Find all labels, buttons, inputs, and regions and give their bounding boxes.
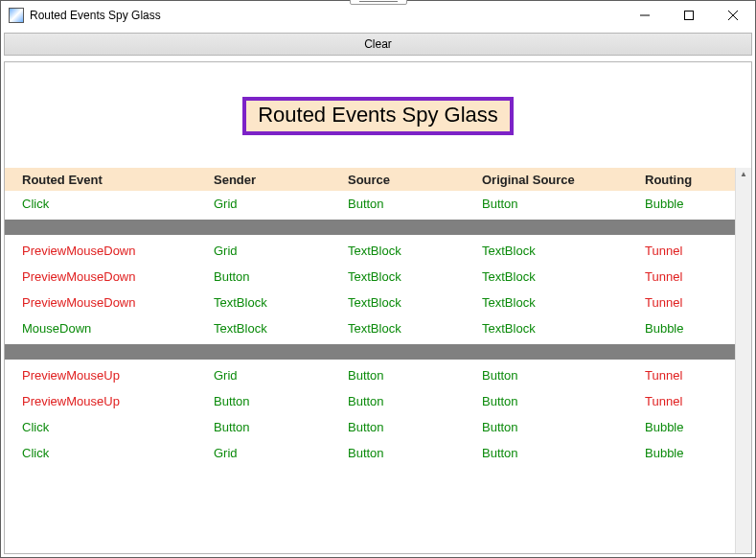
cell-source: Button bbox=[348, 394, 482, 408]
hero-title[interactable]: Routed Events Spy Glass bbox=[242, 97, 514, 135]
cell-source: Button bbox=[348, 197, 482, 211]
cell-sender: TextBlock bbox=[214, 295, 348, 310]
table-row[interactable]: PreviewMouseUpGridButtonButtonTunnel bbox=[5, 362, 735, 388]
cell-source: TextBlock bbox=[348, 295, 482, 310]
cell-source: Button bbox=[348, 446, 482, 460]
table-row[interactable]: PreviewMouseDownTextBlockTextBlockTextBl… bbox=[5, 290, 735, 315]
col-source: Source bbox=[348, 173, 482, 187]
table-row[interactable]: PreviewMouseDownGridTextBlockTextBlockTu… bbox=[5, 238, 735, 264]
cell-orig: Button bbox=[482, 197, 645, 211]
cell-event: PreviewMouseUp bbox=[22, 368, 214, 383]
cell-routing: Tunnel bbox=[645, 394, 718, 408]
svg-rect-1 bbox=[685, 12, 694, 20]
table-row[interactable]: MouseDownTextBlockTextBlockTextBlockBubb… bbox=[5, 315, 735, 341]
app-window: Routed Events Spy Glass Clear Routed Eve… bbox=[0, 0, 756, 558]
maximize-button[interactable] bbox=[667, 1, 711, 30]
close-button[interactable] bbox=[711, 1, 755, 30]
cell-orig: Button bbox=[482, 420, 645, 434]
table-row[interactable]: ClickGridButtonButtonBubble bbox=[5, 191, 735, 217]
events-grid-scroll[interactable]: Routed Event Sender Source Original Sour… bbox=[5, 168, 735, 553]
hero-area: Routed Events Spy Glass bbox=[5, 62, 751, 168]
col-sender: Sender bbox=[214, 173, 348, 187]
cell-event: PreviewMouseDown bbox=[22, 295, 214, 310]
cell-routing: Tunnel bbox=[645, 244, 718, 258]
cell-routing: Tunnel bbox=[645, 368, 718, 383]
group-divider bbox=[5, 220, 735, 235]
cell-sender: Grid bbox=[214, 368, 348, 383]
column-headers: Routed Event Sender Source Original Sour… bbox=[5, 168, 735, 191]
cell-event: Click bbox=[22, 446, 214, 460]
cell-sender: Grid bbox=[214, 446, 348, 460]
group-divider bbox=[5, 344, 735, 360]
minimize-button[interactable] bbox=[623, 1, 667, 30]
cell-sender: Button bbox=[214, 269, 348, 284]
cell-source: TextBlock bbox=[348, 269, 482, 284]
events-grid-wrap: Routed Event Sender Source Original Sour… bbox=[5, 168, 751, 553]
events-grid: Routed Event Sender Source Original Sour… bbox=[5, 168, 735, 466]
cell-routing: Bubble bbox=[645, 446, 718, 460]
cell-source: TextBlock bbox=[348, 244, 482, 258]
cell-orig: TextBlock bbox=[482, 269, 645, 284]
resize-handle-top[interactable] bbox=[350, 0, 407, 5]
cell-orig: TextBlock bbox=[482, 295, 645, 310]
cell-event: PreviewMouseDown bbox=[22, 244, 214, 258]
cell-event: Click bbox=[22, 197, 214, 211]
cell-routing: Bubble bbox=[645, 197, 718, 211]
table-row[interactable]: PreviewMouseUpButtonButtonButtonTunnel bbox=[5, 388, 735, 414]
cell-sender: TextBlock bbox=[214, 321, 348, 336]
cell-source: Button bbox=[348, 368, 482, 383]
cell-event: Click bbox=[22, 420, 214, 434]
app-icon bbox=[9, 8, 24, 23]
cell-orig: TextBlock bbox=[482, 244, 645, 258]
clear-button[interactable]: Clear bbox=[4, 33, 752, 56]
col-original-source: Original Source bbox=[482, 173, 645, 187]
table-row[interactable]: ClickGridButtonButtonBubble bbox=[5, 440, 735, 466]
cell-routing: Tunnel bbox=[645, 269, 718, 284]
vertical-scrollbar[interactable] bbox=[735, 168, 751, 553]
cell-routing: Bubble bbox=[645, 321, 718, 336]
cell-routing: Tunnel bbox=[645, 295, 718, 310]
table-row[interactable]: PreviewMouseDownButtonTextBlockTextBlock… bbox=[5, 264, 735, 290]
clear-button-label: Clear bbox=[364, 37, 392, 51]
col-routed-event: Routed Event bbox=[22, 173, 214, 187]
cell-sender: Grid bbox=[214, 197, 348, 211]
cell-source: Button bbox=[348, 420, 482, 434]
window-title: Routed Events Spy Glass bbox=[30, 9, 161, 22]
cell-sender: Button bbox=[214, 394, 348, 408]
cell-orig: Button bbox=[482, 394, 645, 408]
col-routing: Routing bbox=[645, 173, 718, 187]
table-row[interactable]: ClickButtonButtonButtonBubble bbox=[5, 414, 735, 440]
cell-routing: Bubble bbox=[645, 420, 718, 434]
content-area: Routed Events Spy Glass Routed Event Sen… bbox=[4, 61, 752, 554]
cell-sender: Button bbox=[214, 420, 348, 434]
titlebar[interactable]: Routed Events Spy Glass bbox=[1, 1, 755, 30]
cell-event: PreviewMouseUp bbox=[22, 394, 214, 408]
cell-sender: Grid bbox=[214, 244, 348, 258]
cell-orig: TextBlock bbox=[482, 321, 645, 336]
cell-orig: Button bbox=[482, 368, 645, 383]
cell-source: TextBlock bbox=[348, 321, 482, 336]
cell-event: MouseDown bbox=[22, 321, 214, 336]
cell-orig: Button bbox=[482, 446, 645, 460]
cell-event: PreviewMouseDown bbox=[22, 269, 214, 284]
